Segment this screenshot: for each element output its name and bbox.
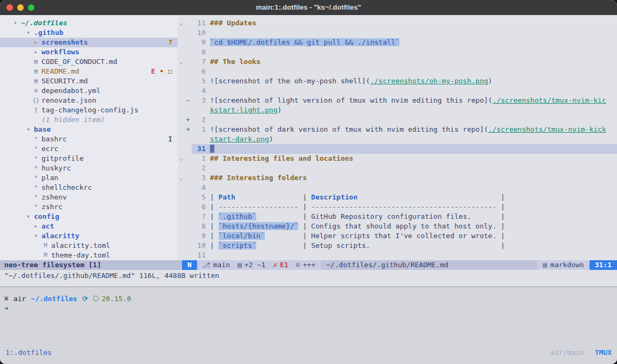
editor-line[interactable]: 10| `scripts` | Setup scripts. | (178, 241, 617, 251)
editor-line[interactable]: 5| Path | Description | (178, 192, 617, 202)
text-segment: | (210, 222, 219, 230)
editor-line[interactable]: 11 (178, 251, 617, 260)
tree-item[interactable]: ▾alacritty (0, 231, 178, 241)
editor-line[interactable]: 31 (178, 144, 617, 154)
tree-item[interactable]: ▤README.mdE•◻ (0, 67, 178, 76)
tree-item[interactable]: ▾config (0, 212, 178, 222)
fold-column (178, 125, 185, 134)
tree-item[interactable]: *shellcheckrc (0, 183, 178, 192)
minimize-button[interactable] (17, 4, 24, 11)
tree-item[interactable]: ▾~/.dotfiles (0, 18, 178, 28)
tree-item-badges: E•◻ (151, 67, 178, 76)
tree-item[interactable]: Mtheme-day.toml (0, 251, 178, 260)
neo-tree-panel[interactable]: ▾~/.dotfiles▾.github▸screenshots?▸workfl… (0, 15, 178, 260)
node-version-icon: ⎔ (93, 294, 99, 304)
tree-item[interactable]: *zshrc (0, 202, 178, 212)
tree-item[interactable]: ▤SECURITY.md (0, 76, 178, 86)
fold-icon[interactable]: ⌄ (178, 18, 185, 28)
tree-item[interactable]: *huskyrc (0, 163, 178, 173)
tree-item[interactable]: {}renovate.json (0, 96, 178, 105)
editor-line[interactable]: +2 (178, 115, 617, 125)
text-segment: | (496, 232, 505, 240)
editor-line[interactable]: 8| `hosts/{hostname}/` | Configs that sh… (178, 222, 617, 231)
line-number: 7 (192, 57, 206, 67)
editor-line[interactable]: 6| ------------------- | ---------------… (178, 202, 617, 212)
tree-item[interactable]: *ecrc (0, 144, 178, 154)
cwd: ~/.dotfiles (31, 294, 77, 304)
editor-line[interactable]: ⌄7## The looks (178, 57, 617, 67)
editor-buffer: ⌄11### Updates109`cd $HOME/.dotfiles && … (178, 18, 617, 260)
fold-column (178, 28, 185, 38)
editor-line[interactable]: +1![screenshot of dark version of tmux w… (178, 125, 617, 134)
tree-item[interactable]: ⚙dependabot.yml (0, 86, 178, 96)
editor-line[interactable]: ⌄1## Interesting files and locations (178, 154, 617, 163)
git-diff: ▤+2 ~1 (237, 260, 265, 270)
tree-item-badges: I (168, 134, 178, 144)
tree-item[interactable]: ▸workflows (0, 47, 178, 57)
fold-icon[interactable]: ⌄ (178, 154, 185, 163)
tree-item[interactable]: *bashrcI (0, 134, 178, 144)
tree-item[interactable]: ƒtag-changelog-config.js (0, 105, 178, 115)
editor-line[interactable]: 6 (178, 67, 617, 76)
line-text: ![screenshot of dark version of tmux wit… (210, 125, 606, 134)
rc-file-icon: * (31, 183, 40, 192)
line-number: 10 (192, 28, 206, 38)
tree-item-label: README.md (41, 67, 79, 76)
editor-line[interactable]: ⌄3### Interesting folders (178, 173, 617, 183)
line-number: 6 (192, 202, 206, 212)
tree-item-label: theme-day.toml (51, 251, 110, 260)
editor-line[interactable]: ⌄11### Updates (178, 18, 617, 28)
text-segment (471, 212, 496, 220)
tree-item[interactable]: ▾base (0, 125, 178, 134)
line-text: | `hosts/{hostname}/` | Configs that sho… (210, 222, 505, 231)
editor-line[interactable]: 7| `.github` | GitHub Repository configu… (178, 212, 617, 222)
tree-item[interactable]: ▾.github (0, 28, 178, 38)
sign-column (185, 231, 192, 241)
tree-item[interactable]: Malacritty.toml (0, 241, 178, 251)
editor-line[interactable]: ~3![screenshot of light version of tmux … (178, 96, 617, 105)
tree-item[interactable]: *zshenv (0, 192, 178, 202)
titlebar[interactable]: main:1:.dotfiles - "ks~/.dotfiles" (0, 0, 617, 15)
text-segment: ----------------------------------------… (311, 203, 496, 211)
tmux-window-item[interactable]: 1:.dotfiles (5, 348, 52, 358)
text-segment (265, 232, 299, 240)
editor-line[interactable]: 2 (178, 163, 617, 173)
line-number: 11 (192, 251, 206, 260)
line-number: 3 (192, 96, 206, 105)
text-segment: Setup scripts. (311, 241, 370, 249)
close-button[interactable] (6, 4, 13, 11)
rc-file-icon: * (31, 202, 40, 212)
fold-icon[interactable]: ⌄ (178, 57, 185, 67)
tmux-pane-shell[interactable]: ⌘air~/.dotfiles⟳⎔20.15.0 ➜ 1:.dotfiles a… (0, 287, 617, 364)
tree-item[interactable]: *plan (0, 173, 178, 183)
rc-file-icon: * (31, 154, 40, 163)
editor-line[interactable]: 10 (178, 28, 617, 38)
editor-line[interactable]: 8 (178, 47, 617, 57)
line-number: 10 (192, 241, 206, 251)
shell-empty-area[interactable] (0, 313, 617, 348)
editor-line[interactable]: start-dark.png) (178, 134, 617, 144)
tree-item[interactable]: *gitprofile (0, 154, 178, 163)
maximize-button[interactable] (28, 4, 34, 11)
tree-item[interactable]: ▸screenshots? (0, 38, 178, 47)
line-number: 5 (192, 76, 206, 86)
editor-line[interactable]: 4 (178, 183, 617, 192)
text-segment: | (496, 193, 505, 201)
window-title: main:1:.dotfiles - "ks~/.dotfiles" (0, 0, 617, 15)
editor-line[interactable]: 9| `local/bin` | Helper scripts that I'v… (178, 231, 617, 241)
line-text: | `local/bin` | Helper scripts that I've… (210, 231, 505, 241)
fold-icon[interactable]: ⌄ (178, 173, 185, 183)
editor-pane[interactable]: ⌄11### Updates109`cd $HOME/.dotfiles && … (178, 15, 617, 260)
tree-item[interactable]: ▤CODE_OF_CONDUCT.md (0, 57, 178, 67)
tree-item[interactable]: ▸act (0, 222, 178, 231)
editor-line[interactable]: kstart-light.png) (178, 105, 617, 115)
editor-line[interactable]: 5![screenshot of the oh-my-posh shell](.… (178, 76, 617, 86)
editor-line[interactable]: 4 (178, 86, 617, 96)
text-segment: | (496, 222, 505, 230)
chevron-down-icon: ▾ (31, 231, 40, 241)
line-number: 6 (192, 67, 206, 76)
text-segment: ) (269, 135, 274, 143)
editor-line[interactable]: 9`cd $HOME/.dotfiles && git pull && ./in… (178, 38, 617, 47)
tree-item[interactable]: (1 hidden item) (0, 115, 178, 125)
line-number: 8 (192, 47, 206, 57)
